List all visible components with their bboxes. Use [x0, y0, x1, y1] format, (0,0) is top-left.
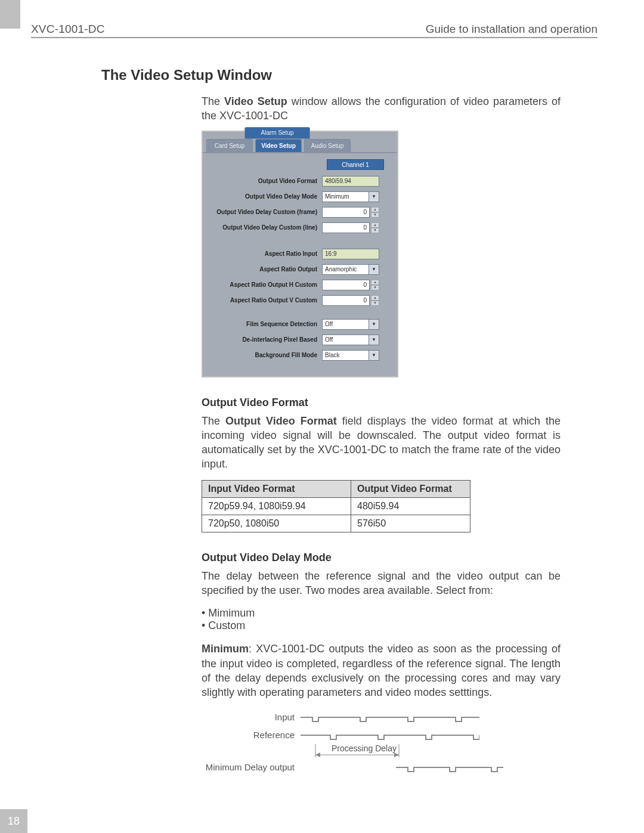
timing-label-min-output: Minimum Delay output	[202, 762, 301, 772]
paragraph: The Output Video Format field displays t…	[202, 414, 561, 472]
header-rule	[31, 37, 597, 38]
delay-custom-frame-input[interactable]: 0	[322, 207, 370, 218]
table-cell: 480i59.94	[351, 497, 470, 515]
label: Aspect Ratio Input	[208, 250, 322, 257]
aspect-ratio-output-dropdown[interactable]: Anamorphic	[322, 264, 379, 275]
row-aspect-ratio-input: Aspect Ratio Input 16:9	[208, 246, 392, 262]
tab-video-setup: Video Setup	[255, 139, 302, 152]
processing-delay-bracket-icon: Processing Delay	[301, 744, 479, 758]
label: Aspect Ratio Output	[208, 266, 322, 272]
row-deinterlacing: De-interlacing Pixel Based Off	[208, 332, 392, 348]
film-seq-dropdown[interactable]: Off	[322, 319, 379, 330]
row-film-seq-detection: Film Sequence Detection Off	[208, 317, 392, 332]
table-cell: 720p59.94, 1080i59.94	[202, 497, 351, 515]
delay-custom-line-input[interactable]: 0	[322, 222, 370, 233]
header-doc-title: Guide to installation and operation	[426, 23, 597, 36]
table-row: 720p50, 1080i50 576i50	[202, 515, 470, 532]
row-aspect-ratio-output: Aspect Ratio Output Anamorphic	[208, 262, 392, 277]
label: Output Video Delay Custom (frame)	[208, 209, 322, 215]
text: The	[202, 95, 224, 107]
spinner-buttons[interactable]: ▲▼	[371, 295, 379, 306]
channel-header: Channel 1	[327, 159, 384, 170]
paragraph: The delay between the reference signal a…	[202, 569, 561, 598]
timing-label-reference: Reference	[202, 730, 301, 740]
label: Output Video Format	[208, 178, 322, 184]
side-tab-decoration	[0, 0, 20, 29]
text-bold: Video Setup	[224, 95, 287, 107]
subsection-output-video-format: Output Video Format	[202, 397, 561, 409]
label: De-interlacing Pixel Based	[208, 336, 322, 343]
section-heading: The Video Setup Window	[101, 67, 561, 83]
format-table: Input Video Format Output Video Format 7…	[202, 480, 470, 532]
label: Film Sequence Detection	[208, 321, 322, 327]
svg-marker-3	[315, 753, 320, 757]
intro-paragraph: The Video Setup window allows the config…	[202, 94, 561, 123]
output-video-delay-mode-dropdown[interactable]: Minimum	[322, 191, 379, 202]
bullet-item: Custom	[202, 620, 561, 632]
row-bg-fill-mode: Background Fill Mode Black	[208, 348, 392, 363]
aspect-v-custom-input[interactable]: 0	[322, 295, 370, 306]
row-delay-custom-line: Output Video Delay Custom (line) 0 ▲▼	[208, 220, 392, 236]
label: Output Video Delay Custom (line)	[208, 224, 322, 231]
bg-fill-dropdown[interactable]: Black	[322, 350, 379, 361]
deinterlacing-dropdown[interactable]: Off	[322, 335, 379, 345]
row-aspect-h-custom: Aspect Ratio Output H Custom 0 ▲▼	[208, 277, 392, 293]
row-output-video-format: Output Video Format 480i59.94	[208, 174, 392, 189]
bullet-list: Mimimum Custom	[202, 607, 561, 632]
input-waveform-icon	[301, 711, 479, 724]
table-cell: 720p50, 1080i50	[202, 515, 351, 532]
label: Output Video Delay Mode	[208, 193, 322, 200]
bullet-item: Mimimum	[202, 607, 561, 620]
table-cell: 576i50	[351, 515, 470, 532]
video-setup-screenshot: Alarm Setup Card Setup Video Setup Audio…	[202, 131, 398, 377]
row-aspect-v-custom: Aspect Ratio Output V Custom 0 ▲▼	[208, 293, 392, 308]
aspect-ratio-input-field: 16:9	[322, 249, 379, 259]
tab-card-setup: Card Setup	[206, 139, 253, 152]
output-video-format-field: 480i59.94	[322, 176, 379, 187]
label: Aspect Ratio Output H Custom	[208, 281, 322, 288]
text: The	[202, 415, 225, 427]
text-bold: Output Video Format	[225, 415, 337, 427]
tab-alarm-setup: Alarm Setup	[244, 127, 310, 139]
table-header: Input Video Format	[202, 480, 351, 497]
subsection-output-video-delay-mode: Output Video Delay Mode	[202, 552, 561, 564]
row-output-video-delay-mode: Output Video Delay Mode Minimum	[208, 189, 392, 205]
table-row: 720p59.94, 1080i59.94 480i59.94	[202, 497, 470, 515]
text-bold: Minimum	[202, 643, 249, 655]
svg-text:Processing Delay: Processing Delay	[332, 744, 397, 753]
header-product: XVC-1001-DC	[31, 23, 105, 36]
paragraph: Minimum: XVC-1001-DC outputs the video a…	[202, 642, 561, 699]
spinner-buttons[interactable]: ▲▼	[371, 222, 379, 233]
tab-audio-setup: Audio Setup	[304, 139, 351, 152]
spinner-buttons[interactable]: ▲▼	[371, 280, 379, 290]
label: Background Fill Mode	[208, 352, 322, 358]
row-delay-custom-frame: Output Video Delay Custom (frame) 0 ▲▼	[208, 205, 392, 220]
output-waveform-icon	[301, 761, 503, 774]
timing-label-input: Input	[202, 712, 301, 722]
text: : XVC-1001-DC outputs the video as soon …	[202, 643, 561, 698]
label: Aspect Ratio Output V Custom	[208, 297, 322, 304]
timing-diagram: Input Reference Process	[202, 708, 524, 776]
aspect-h-custom-input[interactable]: 0	[322, 280, 370, 290]
reference-waveform-icon	[301, 729, 479, 742]
table-header: Output Video Format	[351, 480, 470, 497]
spinner-buttons[interactable]: ▲▼	[371, 207, 379, 218]
page-number: 18	[0, 809, 27, 833]
svg-marker-4	[394, 753, 399, 757]
